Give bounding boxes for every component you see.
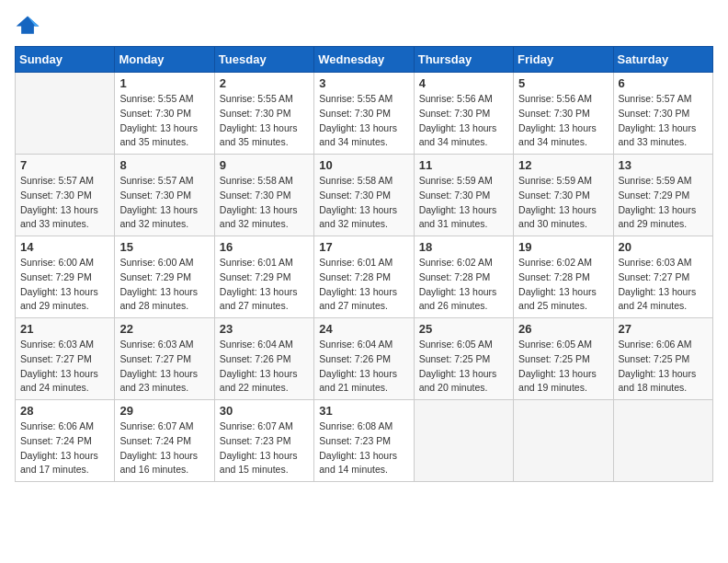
day-info: Sunrise: 6:02 AMSunset: 7:28 PMDaylight:… <box>419 256 508 314</box>
day-number: 3 <box>319 76 408 90</box>
calendar-cell <box>16 73 115 155</box>
day-info: Sunrise: 5:57 AMSunset: 7:30 PMDaylight:… <box>20 174 109 232</box>
day-info: Sunrise: 6:07 AMSunset: 7:23 PMDaylight:… <box>220 419 309 477</box>
day-info: Sunrise: 5:58 AMSunset: 7:30 PMDaylight:… <box>220 174 309 232</box>
day-info: Sunrise: 6:00 AMSunset: 7:29 PMDaylight:… <box>20 256 109 314</box>
day-number: 11 <box>419 158 508 172</box>
day-info: Sunrise: 6:05 AMSunset: 7:25 PMDaylight:… <box>518 338 608 396</box>
calendar-cell: 8Sunrise: 5:57 AMSunset: 7:30 PMDaylight… <box>115 155 214 236</box>
day-number: 30 <box>220 404 309 418</box>
logo-icon <box>15 15 40 35</box>
week-row-2: 7Sunrise: 5:57 AMSunset: 7:30 PMDaylight… <box>16 155 713 236</box>
day-number: 14 <box>20 240 109 254</box>
day-number: 27 <box>619 322 708 336</box>
day-number: 19 <box>518 240 608 254</box>
logo <box>15 15 44 35</box>
calendar-cell: 20Sunrise: 6:03 AMSunset: 7:27 PMDayligh… <box>613 236 712 318</box>
day-info: Sunrise: 5:59 AMSunset: 7:30 PMDaylight:… <box>518 174 608 232</box>
day-info: Sunrise: 5:59 AMSunset: 7:30 PMDaylight:… <box>419 174 508 232</box>
calendar-cell: 31Sunrise: 6:08 AMSunset: 7:23 PMDayligh… <box>314 400 414 482</box>
calendar-cell: 15Sunrise: 6:00 AMSunset: 7:29 PMDayligh… <box>115 236 214 318</box>
day-number: 16 <box>220 240 309 254</box>
header <box>15 15 713 35</box>
calendar-cell <box>414 400 513 482</box>
day-number: 5 <box>518 76 608 90</box>
day-info: Sunrise: 6:01 AMSunset: 7:28 PMDaylight:… <box>319 256 408 314</box>
day-info: Sunrise: 5:57 AMSunset: 7:30 PMDaylight:… <box>619 92 708 150</box>
day-number: 1 <box>119 76 209 90</box>
calendar-cell: 30Sunrise: 6:07 AMSunset: 7:23 PMDayligh… <box>214 400 313 482</box>
calendar-cell: 26Sunrise: 6:05 AMSunset: 7:25 PMDayligh… <box>514 318 613 400</box>
calendar-cell: 5Sunrise: 5:56 AMSunset: 7:30 PMDaylight… <box>514 73 613 155</box>
calendar-cell: 13Sunrise: 5:59 AMSunset: 7:29 PMDayligh… <box>613 155 712 236</box>
calendar-cell: 19Sunrise: 6:02 AMSunset: 7:28 PMDayligh… <box>514 236 613 318</box>
day-number: 25 <box>419 322 508 336</box>
week-row-4: 21Sunrise: 6:03 AMSunset: 7:27 PMDayligh… <box>16 318 713 400</box>
weekday-saturday: Saturday <box>613 47 712 73</box>
calendar-cell: 21Sunrise: 6:03 AMSunset: 7:27 PMDayligh… <box>16 318 115 400</box>
day-number: 15 <box>119 240 209 254</box>
calendar-cell: 9Sunrise: 5:58 AMSunset: 7:30 PMDaylight… <box>214 155 313 236</box>
day-info: Sunrise: 5:55 AMSunset: 7:30 PMDaylight:… <box>119 92 209 150</box>
calendar-cell <box>613 400 712 482</box>
calendar-cell: 28Sunrise: 6:06 AMSunset: 7:24 PMDayligh… <box>16 400 115 482</box>
day-number: 23 <box>220 322 309 336</box>
calendar-body: 1Sunrise: 5:55 AMSunset: 7:30 PMDaylight… <box>16 73 713 482</box>
calendar-cell: 18Sunrise: 6:02 AMSunset: 7:28 PMDayligh… <box>414 236 513 318</box>
day-number: 6 <box>619 76 708 90</box>
calendar-cell: 6Sunrise: 5:57 AMSunset: 7:30 PMDaylight… <box>613 73 712 155</box>
calendar-cell: 3Sunrise: 5:55 AMSunset: 7:30 PMDaylight… <box>314 73 414 155</box>
calendar-cell: 10Sunrise: 5:58 AMSunset: 7:30 PMDayligh… <box>314 155 414 236</box>
day-info: Sunrise: 5:56 AMSunset: 7:30 PMDaylight:… <box>419 92 508 150</box>
day-number: 28 <box>20 404 109 418</box>
calendar-cell: 16Sunrise: 6:01 AMSunset: 7:29 PMDayligh… <box>214 236 313 318</box>
day-number: 2 <box>220 76 309 90</box>
day-number: 7 <box>20 158 109 172</box>
day-info: Sunrise: 6:03 AMSunset: 7:27 PMDaylight:… <box>20 338 109 396</box>
weekday-tuesday: Tuesday <box>214 47 313 73</box>
calendar-cell: 22Sunrise: 6:03 AMSunset: 7:27 PMDayligh… <box>115 318 214 400</box>
calendar-cell: 14Sunrise: 6:00 AMSunset: 7:29 PMDayligh… <box>16 236 115 318</box>
day-number: 9 <box>220 158 309 172</box>
day-info: Sunrise: 6:06 AMSunset: 7:25 PMDaylight:… <box>619 338 708 396</box>
day-info: Sunrise: 5:58 AMSunset: 7:30 PMDaylight:… <box>319 174 408 232</box>
calendar-cell: 23Sunrise: 6:04 AMSunset: 7:26 PMDayligh… <box>214 318 313 400</box>
calendar-cell: 17Sunrise: 6:01 AMSunset: 7:28 PMDayligh… <box>314 236 414 318</box>
calendar-cell: 2Sunrise: 5:55 AMSunset: 7:30 PMDaylight… <box>214 73 313 155</box>
day-number: 21 <box>20 322 109 336</box>
day-info: Sunrise: 6:01 AMSunset: 7:29 PMDaylight:… <box>220 256 309 314</box>
day-info: Sunrise: 6:07 AMSunset: 7:24 PMDaylight:… <box>119 419 209 477</box>
day-number: 17 <box>319 240 408 254</box>
day-number: 4 <box>419 76 508 90</box>
day-number: 10 <box>319 158 408 172</box>
calendar-cell: 12Sunrise: 5:59 AMSunset: 7:30 PMDayligh… <box>514 155 613 236</box>
day-info: Sunrise: 6:04 AMSunset: 7:26 PMDaylight:… <box>220 338 309 396</box>
calendar-cell: 29Sunrise: 6:07 AMSunset: 7:24 PMDayligh… <box>115 400 214 482</box>
day-info: Sunrise: 5:55 AMSunset: 7:30 PMDaylight:… <box>220 92 309 150</box>
day-info: Sunrise: 6:02 AMSunset: 7:28 PMDaylight:… <box>518 256 608 314</box>
day-number: 22 <box>119 322 209 336</box>
day-info: Sunrise: 5:55 AMSunset: 7:30 PMDaylight:… <box>319 92 408 150</box>
calendar-cell: 1Sunrise: 5:55 AMSunset: 7:30 PMDaylight… <box>115 73 214 155</box>
calendar-cell: 27Sunrise: 6:06 AMSunset: 7:25 PMDayligh… <box>613 318 712 400</box>
weekday-thursday: Thursday <box>414 47 513 73</box>
day-info: Sunrise: 6:00 AMSunset: 7:29 PMDaylight:… <box>119 256 209 314</box>
calendar-table: SundayMondayTuesdayWednesdayThursdayFrid… <box>15 46 713 482</box>
weekday-sunday: Sunday <box>16 47 115 73</box>
day-number: 20 <box>619 240 708 254</box>
day-number: 29 <box>119 404 209 418</box>
weekday-wednesday: Wednesday <box>314 47 414 73</box>
calendar-cell: 25Sunrise: 6:05 AMSunset: 7:25 PMDayligh… <box>414 318 513 400</box>
day-info: Sunrise: 6:04 AMSunset: 7:26 PMDaylight:… <box>319 338 408 396</box>
day-info: Sunrise: 5:57 AMSunset: 7:30 PMDaylight:… <box>119 174 209 232</box>
day-info: Sunrise: 6:03 AMSunset: 7:27 PMDaylight:… <box>119 338 209 396</box>
day-number: 31 <box>319 404 408 418</box>
weekday-monday: Monday <box>115 47 214 73</box>
day-info: Sunrise: 6:08 AMSunset: 7:23 PMDaylight:… <box>319 419 408 477</box>
calendar-cell: 11Sunrise: 5:59 AMSunset: 7:30 PMDayligh… <box>414 155 513 236</box>
weekday-header-row: SundayMondayTuesdayWednesdayThursdayFrid… <box>16 47 713 73</box>
day-number: 18 <box>419 240 508 254</box>
weekday-friday: Friday <box>514 47 613 73</box>
day-info: Sunrise: 6:06 AMSunset: 7:24 PMDaylight:… <box>20 419 109 477</box>
calendar-cell: 4Sunrise: 5:56 AMSunset: 7:30 PMDaylight… <box>414 73 513 155</box>
